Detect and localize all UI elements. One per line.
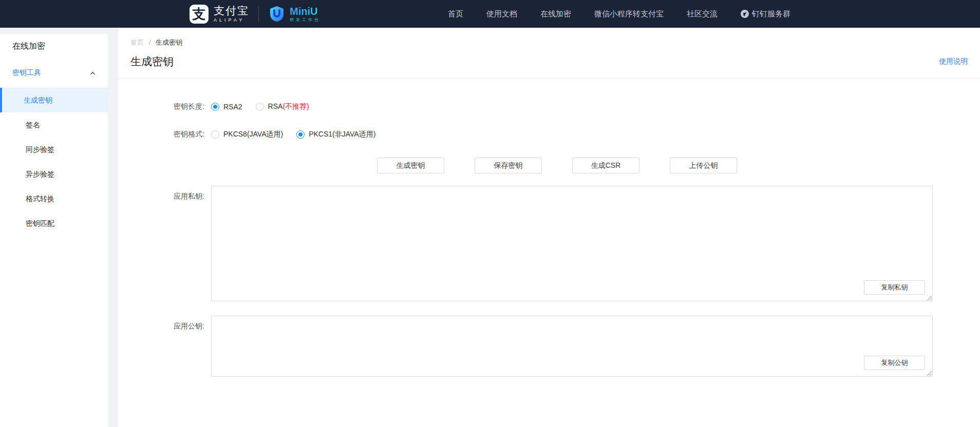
generate-csr-button[interactable]: 生成CSR	[572, 158, 639, 173]
save-key-button[interactable]: 保存密钥	[475, 158, 542, 173]
key-length-label: 密钥长度:	[118, 102, 211, 111]
sidebar-item-key-match[interactable]: 密钥匹配	[0, 211, 108, 236]
miniu-name: MiniU	[290, 6, 321, 17]
sidebar-title: 在线加密	[0, 34, 108, 57]
chevron-up-icon	[90, 69, 96, 77]
sidebar-item-async-verify[interactable]: 异步验签	[0, 162, 108, 186]
sidebar-item-sign[interactable]: 签名	[0, 112, 108, 137]
radio-rsa2-circle[interactable]	[211, 103, 219, 111]
breadcrumb-separator: /	[149, 38, 151, 46]
sidebar-group-label: 密钥工具	[12, 68, 41, 77]
top-navbar: 支 支付宝 ALIPAY MiniU 研发工作	[0, 0, 980, 28]
radio-rsa2[interactable]: RSA2	[211, 103, 242, 111]
page-title: 生成密钥	[130, 54, 174, 69]
radio-pkcs1-circle[interactable]	[296, 130, 305, 139]
action-buttons-row: 生成密钥 保存密钥 生成CSR 上传公钥	[377, 158, 980, 173]
key-length-row: 密钥长度: RSA2 RSA(不推荐)	[118, 102, 980, 111]
public-key-label: 应用公钥:	[118, 316, 211, 331]
copy-public-key-button[interactable]: 复制公钥	[864, 356, 925, 370]
upload-public-key-button[interactable]: 上传公钥	[670, 158, 737, 173]
key-generation-form: 密钥长度: RSA2 RSA(不推荐) 密钥格式:	[118, 79, 980, 416]
key-format-label: 密钥格式:	[118, 130, 211, 139]
nav-menu: 首页 使用文档 在线加密 微信小程序转支付宝 社区交流 钉钉服务群	[448, 9, 790, 19]
sidebar-item-sync-verify[interactable]: 同步验签	[0, 137, 108, 162]
private-key-label: 应用私钥:	[118, 186, 211, 201]
key-format-row: 密钥格式: PKCS8(JAVA适用) PKCS1(非JAVA适用)	[118, 130, 980, 139]
alipay-subtitle: ALIPAY	[214, 17, 249, 23]
public-key-textarea[interactable]	[211, 316, 933, 377]
breadcrumb-home[interactable]: 首页	[130, 38, 144, 46]
nav-item-docs[interactable]: 使用文档	[486, 9, 517, 19]
logo-group[interactable]: 支 支付宝 ALIPAY MiniU 研发工作	[190, 5, 321, 24]
radio-pkcs8-circle[interactable]	[211, 130, 219, 139]
usage-help-link[interactable]: 使用说明	[939, 57, 968, 66]
alipay-logo-text: 支付宝 ALIPAY	[214, 5, 249, 23]
not-recommended-text: (不推荐)	[282, 102, 309, 110]
radio-rsa[interactable]: RSA(不推荐)	[256, 102, 309, 111]
miniu-shield-icon	[268, 5, 286, 23]
radio-rsa-label: RSA(不推荐)	[268, 102, 309, 111]
sidebar-item-format-convert[interactable]: 格式转换	[0, 186, 108, 211]
nav-item-dingtalk-label: 钉钉服务群	[752, 9, 790, 19]
radio-rsa2-label: RSA2	[223, 103, 242, 111]
private-key-textarea[interactable]	[211, 186, 933, 301]
nav-item-home[interactable]: 首页	[448, 9, 463, 19]
radio-pkcs8[interactable]: PKCS8(JAVA适用)	[211, 130, 283, 139]
copy-private-key-button[interactable]: 复制私钥	[864, 280, 925, 295]
content-header: 首页 / 生成密钥 生成密钥 使用说明	[118, 28, 980, 79]
private-key-row: 应用私钥: 复制私钥	[118, 186, 980, 301]
radio-pkcs1-label: PKCS1(非JAVA适用)	[309, 130, 375, 139]
breadcrumb: 首页 / 生成密钥	[130, 38, 968, 47]
radio-pkcs1[interactable]: PKCS1(非JAVA适用)	[296, 130, 375, 139]
nav-item-community[interactable]: 社区交流	[687, 9, 718, 19]
main-content: 首页 / 生成密钥 生成密钥 使用说明 密钥长度: RSA2	[118, 28, 980, 427]
radio-rsa-circle[interactable]	[256, 103, 264, 111]
nav-item-wechat-to-alipay[interactable]: 微信小程序转支付宝	[594, 9, 664, 19]
sidebar-item-generate-key[interactable]: 生成密钥	[0, 88, 108, 112]
miniu-subtitle: 研发工作台	[290, 17, 321, 23]
alipay-name: 支付宝	[214, 5, 249, 17]
dingtalk-icon	[741, 10, 749, 18]
sidebar: 在线加密 密钥工具 生成密钥 签名 同步验签 异步验签 格式转换 密钥匹配	[0, 34, 108, 427]
logo-divider	[258, 6, 259, 22]
alipay-logo-icon: 支	[190, 5, 209, 24]
breadcrumb-current: 生成密钥	[156, 38, 182, 46]
nav-item-online-encrypt[interactable]: 在线加密	[540, 9, 571, 19]
sidebar-group-key-tools[interactable]: 密钥工具	[0, 57, 108, 88]
radio-pkcs8-label: PKCS8(JAVA适用)	[223, 130, 283, 139]
public-key-row: 应用公钥: 复制公钥	[118, 316, 980, 377]
miniu-logo-text: MiniU 研发工作台	[290, 6, 321, 23]
generate-key-button[interactable]: 生成密钥	[377, 158, 444, 173]
nav-item-dingtalk-group[interactable]: 钉钉服务群	[741, 9, 790, 19]
